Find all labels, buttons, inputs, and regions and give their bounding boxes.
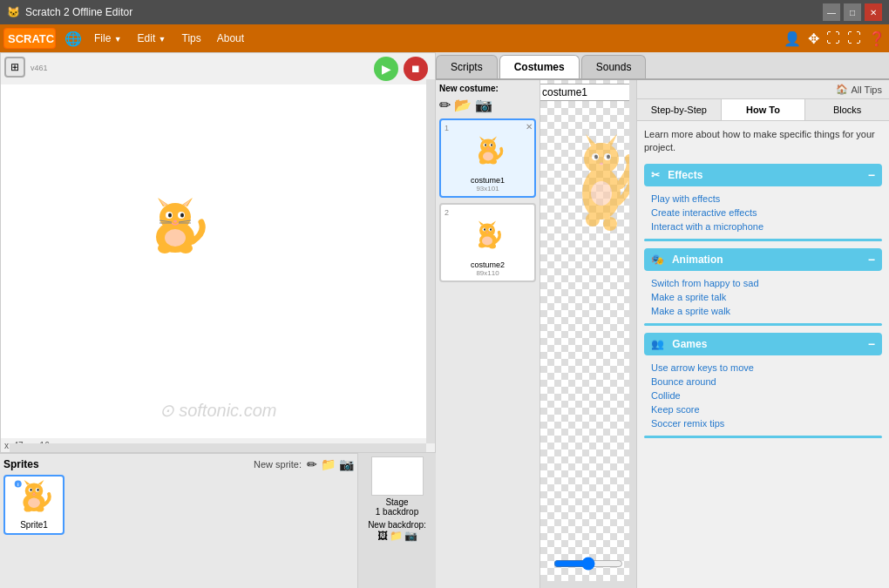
maximize-button[interactable]: □: [844, 3, 861, 21]
costume-num-2: 2: [444, 208, 449, 217]
tips-section-header-animation[interactable]: 🎭 Animation −: [644, 248, 882, 271]
minimize-button[interactable]: —: [823, 3, 840, 21]
games-collapse[interactable]: −: [868, 337, 875, 351]
edit-menu[interactable]: Edit ▼: [131, 29, 173, 48]
svg-point-40: [485, 144, 486, 146]
tips-tab-blocks[interactable]: Blocks: [805, 99, 889, 120]
help-icon[interactable]: ❓: [868, 30, 886, 47]
paint-scrollbar[interactable]: [629, 80, 636, 588]
costume-item-1[interactable]: ✕ 1: [439, 118, 536, 198]
tips-link-collide[interactable]: Collide: [648, 389, 879, 402]
tips-link-bounce[interactable]: Bounce around: [648, 375, 879, 389]
tips-tab-how-to[interactable]: How To: [722, 99, 806, 120]
file-menu[interactable]: File ▼: [87, 29, 129, 48]
presentation-icon[interactable]: ⛶: [847, 30, 861, 46]
tips-link-sprite-talk[interactable]: Make a sprite talk: [648, 290, 879, 304]
tips-content: Learn more about how to make specific th…: [637, 121, 889, 588]
paint-costume-icon[interactable]: ✏: [439, 97, 451, 113]
svg-marker-23: [38, 480, 44, 485]
paint-sprite-icon[interactable]: ✏: [307, 457, 317, 471]
tab-sounds[interactable]: Sounds: [581, 55, 647, 78]
new-sprite-label: New sprite:: [254, 459, 302, 470]
tips-section-animation: 🎭 Animation − Switch from happy to sad M…: [644, 248, 882, 326]
green-flag-button[interactable]: ▶: [374, 57, 398, 81]
stage-scrollbar-h[interactable]: [10, 443, 426, 452]
paint-scrollbar-h[interactable]: [540, 581, 629, 588]
tips-link-create-effects[interactable]: Create interactive effects: [648, 206, 879, 220]
svg-point-45: [483, 152, 493, 161]
tips-section-header-games[interactable]: 👥 Games −: [644, 333, 882, 355]
svg-point-67: [586, 213, 600, 226]
svg-point-21: [25, 483, 44, 498]
upload-costume-icon[interactable]: 📂: [454, 97, 472, 113]
tips-link-happy-sad[interactable]: Switch from happy to sad: [648, 276, 879, 290]
svg-point-31: [28, 498, 40, 508]
costume-name-2: costume2: [471, 260, 505, 269]
animation-collapse[interactable]: −: [868, 253, 875, 267]
camera-sprite-icon[interactable]: 📷: [339, 457, 354, 471]
menubar: SCRATCH 🌐 File ▼ Edit ▼ Tips About 👤 ✥ ⛶…: [0, 24, 889, 52]
stage-label: Stage: [385, 497, 408, 507]
about-menu[interactable]: About: [210, 29, 251, 48]
effects-icon: ✂: [651, 169, 660, 181]
costume-delete-1[interactable]: ✕: [526, 122, 533, 132]
camera-backdrop-icon[interactable]: 📷: [404, 530, 417, 542]
upload-backdrop-icon[interactable]: 📁: [390, 530, 403, 542]
new-costume-label: New costume:: [439, 84, 536, 93]
globe-icon[interactable]: 🌐: [64, 30, 82, 47]
tips-link-play-effects[interactable]: Play with effects: [648, 192, 879, 206]
svg-point-59: [584, 143, 619, 174]
stage-action-buttons: ▶ ⏹: [374, 57, 428, 81]
costumes-sidebar: New costume: ✏ 📂 📷 ✕ 1: [436, 80, 540, 588]
costume-name-1: costume1: [471, 176, 505, 185]
tab-scripts[interactable]: Scripts: [436, 55, 498, 78]
tips-link-score[interactable]: Keep score: [648, 402, 879, 416]
zoom-slider[interactable]: [553, 557, 623, 571]
stage-sub: 1 backdrop: [376, 507, 418, 517]
costume-name-input[interactable]: [540, 84, 636, 101]
games-icon: 👥: [651, 338, 664, 350]
scratch-logo: SCRATCH: [3, 28, 56, 49]
tips-link-microphone[interactable]: Interact with a microphone: [648, 220, 879, 233]
sprites-list: i Sprite1: [3, 475, 354, 535]
new-costume-icons: ✏ 📂 📷: [439, 97, 536, 113]
tips-menu[interactable]: Tips: [175, 29, 208, 48]
paint-area[interactable]: [540, 80, 636, 588]
svg-marker-22: [24, 480, 31, 485]
new-sprite-icons: ✏ 📁 📷: [307, 457, 354, 471]
fullscreen-icon[interactable]: ⛶: [826, 30, 840, 46]
animation-divider: [644, 323, 882, 326]
right-panel: Scripts Costumes Sounds New costume: ✏ 📂…: [436, 52, 889, 588]
tips-intro: Learn more about how to make specific th…: [644, 128, 882, 155]
stop-button[interactable]: ⏹: [404, 57, 428, 81]
tips-header: 🏠 All Tips: [637, 80, 889, 99]
costume-item-2[interactable]: 2: [439, 203, 536, 282]
svg-point-54: [486, 232, 488, 233]
svg-point-69: [591, 181, 612, 206]
games-title: Games: [672, 338, 707, 350]
tips-link-sprite-walk[interactable]: Make a sprite walk: [648, 304, 879, 318]
stage-scrollbar-v[interactable]: [426, 79, 435, 443]
user-icon[interactable]: 👤: [784, 30, 801, 47]
layout-btn[interactable]: ⊞: [4, 57, 25, 78]
tips-link-soccer[interactable]: Soccer remix tips: [648, 416, 879, 430]
arrows-icon[interactable]: ✥: [808, 30, 819, 47]
sprite-item[interactable]: i Sprite1: [3, 475, 64, 535]
stage-canvas[interactable]: ⊙ softonic.com: [1, 84, 435, 438]
svg-marker-60: [586, 134, 596, 145]
all-tips-button[interactable]: 🏠 All Tips: [836, 84, 882, 95]
tab-costumes[interactable]: Costumes: [499, 55, 580, 78]
upload-sprite-icon[interactable]: 📁: [321, 457, 336, 471]
tips-link-arrow-keys[interactable]: Use arrow keys to move: [648, 361, 879, 375]
tips-tab-step-by-step[interactable]: Step-by-Step: [637, 99, 722, 120]
tips-panel: 🏠 All Tips Step-by-Step How To Blocks Le…: [636, 80, 889, 588]
effects-collapse[interactable]: −: [868, 168, 875, 182]
tips-tabs: Step-by-Step How To Blocks: [637, 99, 889, 121]
sprites-header: Sprites New sprite: ✏ 📁 📷: [3, 457, 354, 471]
paint-backdrop-icon[interactable]: 🖼: [377, 530, 388, 542]
close-button[interactable]: ✕: [865, 3, 882, 21]
camera-costume-icon[interactable]: 📷: [475, 97, 492, 113]
tips-section-header-effects[interactable]: ✂ Effects −: [644, 164, 882, 186]
svg-point-28: [33, 493, 35, 495]
effects-divider: [644, 239, 882, 241]
